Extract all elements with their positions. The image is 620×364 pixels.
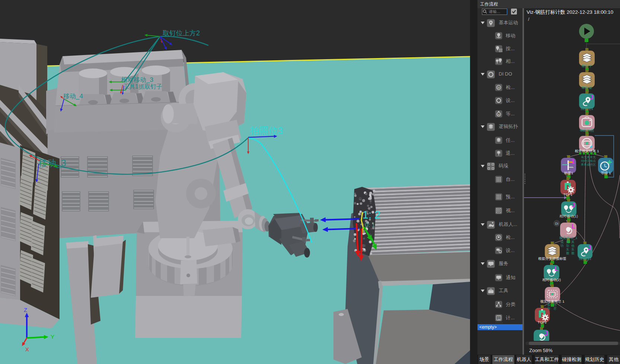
svg-text:未: 未 [547,303,550,307]
svg-text:相对移动(2): 相对移动(2) [542,278,561,282]
svg-text:J: J [588,245,591,252]
svg-text:等待 1: 等待 1 [601,171,611,175]
svg-text:取钉子: 取钉子 [582,64,592,68]
svg-text:划: 划 [566,244,569,248]
svg-text:果果成照区: 果果成照区 [581,163,596,166]
svg-text:根据分支焊接标签: 根据分支焊接标签 [538,256,567,261]
svg-text:Zoom 58%: Zoom 58% [529,348,553,353]
svg-text:败: 败 [566,251,569,255]
svg-text:拍照位1: 拍照位1 [581,106,593,111]
svg-text:J: J [590,94,593,101]
svg-text:X: X [25,346,29,352]
svg-text:相对移动(1): 相对移动(1) [559,214,578,218]
svg-text:Viz-钢筋打标计数 2022-12-23 18:00:10: Viz-钢筋打标计数 2022-12-23 18:00:10 [527,9,613,15]
svg-text:L: L [555,265,558,272]
svg-text:0: 1: 0: 1 [365,222,375,228]
svg-text:Z: Z [24,307,27,313]
svg-text:结结完拍点: 结结完拍点 [581,159,596,163]
svg-text:有无未未无: 有无未未无 [581,156,596,159]
svg-text:视觉移动_1: 视觉移动_1 [559,236,578,240]
svg-text:其: 其 [571,240,575,244]
svg-text:失: 失 [566,248,569,251]
svg-text:失: 失 [571,248,575,251]
svg-text:败: 败 [571,251,575,255]
svg-text:尽: 尽 [553,307,557,310]
svg-text:钢筋拍照: 钢筋拍照 [580,128,594,132]
svg-text:工具1抓取钉子: 工具1抓取钉子 [123,83,162,90]
svg-text:相对移动_3: 相对移动_3 [121,76,153,83]
svg-text:Y: Y [51,333,54,340]
svg-text:TCP1: TCP1 [563,192,572,197]
svg-text:取钉位上方2: 取钉位上方2 [163,29,200,37]
svg-text:DI: DI [498,86,500,89]
svg-text:用: 用 [553,303,557,307]
svg-text:视觉结果用尽 1: 视觉结果用尽 1 [540,299,565,303]
svg-text:规: 规 [566,240,569,244]
svg-text:移动_4: 移动_4 [63,93,83,100]
svg-text:L: L [572,223,575,230]
svg-text:标签1: 标签1 [564,171,573,175]
svg-text:1: 2: 1: 2 [362,209,380,221]
svg-text:/: / [528,17,530,22]
svg-text:1: 1 [571,158,575,165]
svg-text:取标签: 取标签 [582,85,592,89]
svg-text:DI: DI [498,114,500,116]
svg-text:12: 12 [497,315,500,318]
svg-text:DI: DI [555,222,559,226]
svg-text:J: J [572,202,575,209]
svg-text:他: 他 [571,244,575,248]
svg-text:功: 功 [560,244,564,248]
svg-text:TCP2: TCP2 [538,320,547,324]
svg-text:J: J [544,330,548,337]
svg-text:移动_3: 移动_3 [38,158,66,168]
svg-text:拍照位3: 拍照位3 [250,125,283,136]
svg-text:拍照位2: 拍照位2 [579,256,591,261]
svg-text:成: 成 [560,240,564,244]
